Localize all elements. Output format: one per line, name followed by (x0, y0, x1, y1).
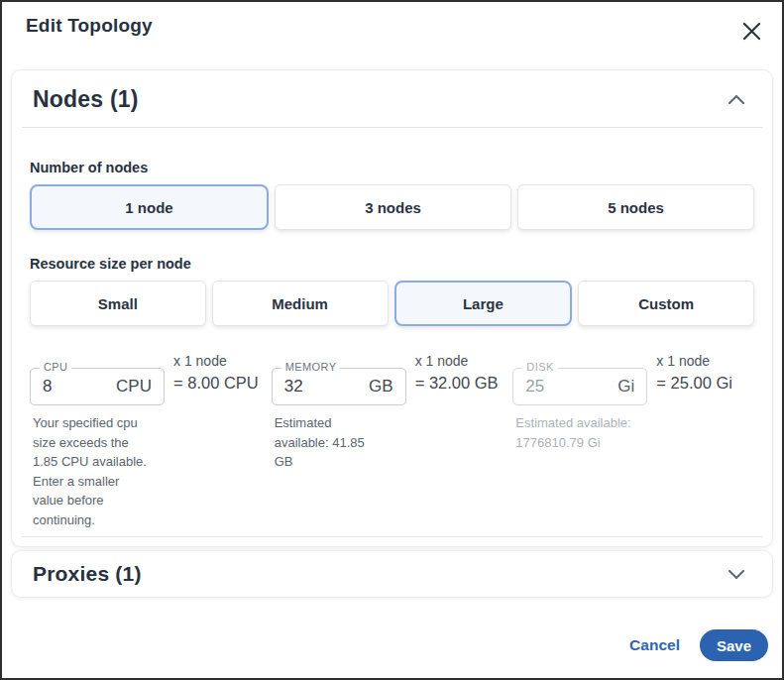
cpu-field-group: CPU CPU x 1 node = 8.00 CPU Your specifi… (30, 348, 272, 529)
memory-input-wrapper: MEMORY GB (272, 368, 406, 405)
number-of-nodes-options: 1 node 3 nodes 5 nodes (30, 184, 754, 230)
option-custom[interactable]: Custom (578, 281, 754, 326)
resource-size-label: Resource size per node (30, 256, 754, 272)
disk-field-group: DISK Gi x 1 node = 25.00 Gi Estimated av… (512, 348, 754, 529)
nodes-section-card: Nodes (1) Number of nodes 1 node 3 nodes… (11, 69, 773, 547)
disk-input (513, 377, 617, 397)
disk-total-text: = 25.00 Gi (656, 372, 732, 395)
memory-input[interactable] (273, 377, 369, 397)
cpu-input-wrapper: CPU CPU (30, 368, 165, 405)
nodes-accordion-header[interactable]: Nodes (1) (12, 70, 772, 127)
close-icon[interactable] (737, 17, 766, 46)
cancel-button[interactable]: Cancel (629, 636, 680, 654)
cpu-input[interactable] (31, 377, 116, 397)
disk-input-label: DISK (522, 361, 557, 373)
option-1-node[interactable]: 1 node (30, 184, 269, 230)
option-medium[interactable]: Medium (212, 281, 389, 326)
option-5-nodes[interactable]: 5 nodes (517, 184, 754, 230)
nodes-header-divider (22, 127, 762, 128)
dialog-header: Edit Topology (2, 2, 782, 69)
option-small[interactable]: Small (30, 281, 206, 326)
proxies-section-title: Proxies (1) (33, 562, 142, 586)
memory-total-text: = 32.00 GB (415, 372, 499, 395)
disk-helper-text: Estimated available: 1776810.79 Gi (512, 413, 663, 452)
proxies-section-card: Proxies (1) (11, 550, 773, 598)
nodes-section-title: Nodes (1) (33, 86, 139, 113)
disk-unit-suffix: Gi (617, 377, 634, 397)
memory-multiplier-text: x 1 node (415, 351, 499, 372)
number-of-nodes-label: Number of nodes (30, 160, 754, 175)
memory-unit-suffix: GB (369, 377, 393, 397)
save-button[interactable]: Save (700, 629, 768, 661)
memory-helper-text: Estimated available: 41.85 GB (272, 413, 379, 472)
edit-topology-dialog: Edit Topology Nodes (1) Number of nodes … (0, 0, 784, 680)
dialog-footer: Cancel Save (2, 598, 782, 661)
nodes-section-body: Number of nodes 1 node 3 nodes 5 nodes R… (12, 160, 772, 529)
chevron-down-icon[interactable] (728, 570, 744, 579)
option-large[interactable]: Large (394, 281, 573, 326)
memory-input-label: MEMORY (281, 361, 341, 373)
disk-multiplier-text: x 1 node (656, 351, 732, 372)
cpu-input-label: CPU (40, 361, 71, 373)
resource-fields: CPU CPU x 1 node = 8.00 CPU Your specifi… (30, 348, 754, 529)
option-3-nodes[interactable]: 3 nodes (275, 184, 511, 230)
cpu-unit-suffix: CPU (116, 377, 152, 397)
disk-input-wrapper: DISK Gi (512, 368, 647, 405)
memory-field-group: MEMORY GB x 1 node = 32.00 GB Estimated … (272, 348, 513, 529)
chevron-up-icon[interactable] (728, 95, 744, 104)
cpu-multiplier-text: x 1 node (173, 351, 259, 372)
cpu-total-text: = 8.00 CPU (173, 372, 259, 395)
x-close-icon (741, 21, 762, 42)
resource-size-options: Small Medium Large Custom (30, 281, 754, 326)
proxies-accordion-header[interactable]: Proxies (1) (12, 551, 772, 597)
page-title: Edit Topology (26, 15, 153, 37)
cpu-helper-text: Your specified cpu size exceeds the 1.85… (30, 413, 149, 529)
